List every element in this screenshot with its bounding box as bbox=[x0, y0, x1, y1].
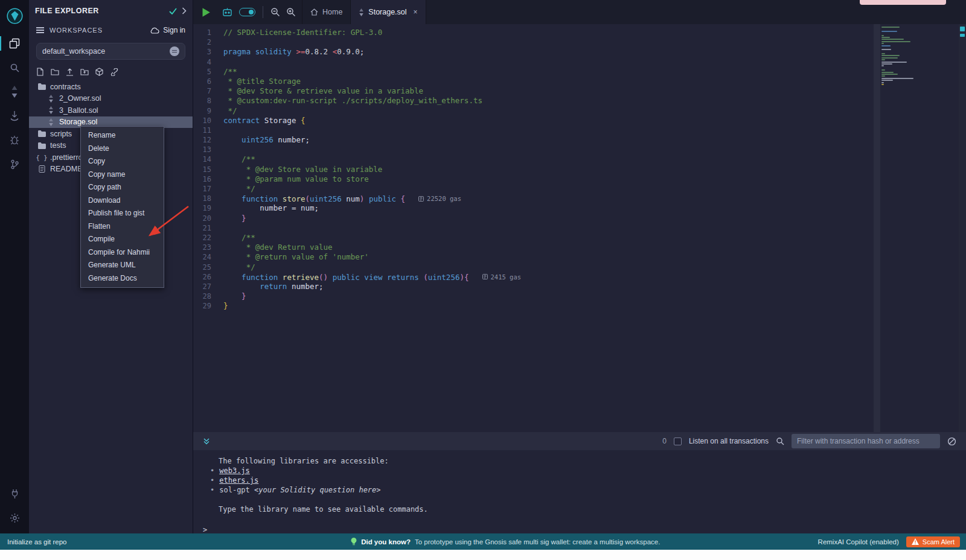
sidebar-item-settings[interactable] bbox=[0, 506, 29, 530]
run-script-button[interactable] bbox=[202, 7, 211, 18]
tree-item-contracts[interactable]: contracts bbox=[29, 81, 193, 93]
line-number: 16 bbox=[193, 174, 223, 184]
sidebar-item-plugin-manager[interactable] bbox=[0, 482, 29, 506]
editor-scrollbar[interactable] bbox=[874, 24, 880, 432]
minimap[interactable] bbox=[881, 27, 921, 86]
code-text: contract Storage { bbox=[223, 116, 305, 126]
ai-copilot-icon[interactable] bbox=[222, 7, 233, 17]
code-text: * @dev Store value in variable bbox=[223, 165, 382, 174]
context-menu-item-compile[interactable]: Compile bbox=[81, 233, 164, 246]
folder-icon bbox=[37, 130, 46, 137]
line-number: 9 bbox=[193, 106, 223, 116]
upload-folder-icon[interactable] bbox=[80, 68, 89, 75]
new-file-icon[interactable] bbox=[36, 68, 44, 76]
code-area: 1// SPDX-License-Identifier: GPL-3.023pr… bbox=[193, 28, 966, 311]
line-number: 14 bbox=[193, 154, 223, 164]
workspaces-menu-icon[interactable] bbox=[36, 26, 44, 34]
code-line: 17 */ bbox=[193, 184, 966, 194]
code-text: * @dev Return value bbox=[223, 243, 333, 252]
vertical-icon-panel bbox=[0, 0, 29, 533]
ipfs-box-icon[interactable] bbox=[95, 68, 103, 76]
context-menu-item-rename[interactable]: Rename bbox=[81, 129, 164, 142]
code-editor[interactable]: 1// SPDX-License-Identifier: GPL-3.023pr… bbox=[193, 24, 966, 432]
close-icon[interactable]: × bbox=[414, 8, 418, 16]
line-number: 29 bbox=[193, 301, 223, 311]
warning-icon bbox=[912, 538, 919, 545]
code-text: /** bbox=[223, 233, 255, 243]
tab-home[interactable]: Home bbox=[302, 0, 351, 24]
tab-label: Storage.sol bbox=[368, 8, 406, 16]
code-line: 18 function store(uint256 num) public {2… bbox=[193, 194, 966, 203]
upload-file-icon[interactable] bbox=[66, 68, 74, 76]
sign-in-button[interactable]: Sign in bbox=[150, 26, 185, 34]
terminal-line: Type the library name to see available c… bbox=[202, 504, 966, 514]
tab-storage-sol[interactable]: Storage.sol× bbox=[351, 0, 426, 24]
workspace-select[interactable]: default_workspace bbox=[36, 43, 185, 60]
filter-input[interactable] bbox=[792, 434, 940, 448]
code-line: 29} bbox=[193, 301, 966, 311]
sidebar-item-solidity-compiler[interactable] bbox=[0, 80, 29, 104]
check-icon[interactable] bbox=[169, 8, 177, 14]
tree-item-2-owner-sol[interactable]: 2_Owner.sol bbox=[29, 93, 193, 105]
context-menu-item-copy[interactable]: Copy bbox=[81, 155, 164, 168]
clear-terminal-icon[interactable] bbox=[947, 437, 956, 446]
zoom-in-icon[interactable] bbox=[286, 7, 296, 17]
listen-checkbox[interactable] bbox=[674, 438, 682, 445]
workspace-options-icon[interactable] bbox=[170, 46, 179, 56]
code-text: * @return value of 'number' bbox=[223, 252, 369, 262]
workspaces-label: WORKSPACES bbox=[50, 27, 103, 34]
line-number: 21 bbox=[193, 223, 223, 233]
git-init-button[interactable]: Initialize as git repo bbox=[0, 538, 193, 546]
sidebar-item-git[interactable] bbox=[0, 152, 29, 176]
context-menu-item-generate-docs[interactable]: Generate Docs bbox=[81, 272, 164, 285]
link-icon[interactable] bbox=[110, 68, 119, 76]
terminal-link-web3-js[interactable]: web3.js bbox=[219, 466, 250, 475]
tree-item-3-ballot-sol[interactable]: 3_Ballot.sol bbox=[29, 104, 193, 116]
terminal-search-icon[interactable] bbox=[776, 437, 784, 445]
sidebar-item-search[interactable] bbox=[0, 56, 29, 80]
sidebar-item-debugger[interactable] bbox=[0, 128, 29, 152]
terminal-link-ethers-js[interactable]: ethers.js bbox=[219, 476, 258, 485]
sidebar-item-deploy-run[interactable] bbox=[0, 104, 29, 128]
remix-logo-icon[interactable] bbox=[0, 0, 29, 31]
terminal-line: The following libraries are accessible: bbox=[202, 456, 966, 466]
code-text: function store(uint256 num) public {2252… bbox=[223, 194, 461, 203]
chevron-right-icon[interactable] bbox=[182, 7, 187, 14]
context-menu-item-compile-for-nahmii[interactable]: Compile for Nahmii bbox=[81, 246, 164, 259]
zoom-out-icon[interactable] bbox=[270, 7, 280, 17]
code-line: 20 } bbox=[193, 214, 966, 223]
sidebar-item-file-explorer[interactable] bbox=[0, 31, 29, 56]
scam-alert-badge[interactable]: Scam Alert bbox=[906, 536, 960, 547]
remix-ide-app: FILE EXPLORER WORKSPACES Sign in default… bbox=[0, 0, 966, 560]
code-text: /** bbox=[223, 154, 255, 164]
line-number: 11 bbox=[193, 126, 223, 135]
line-number: 19 bbox=[193, 203, 223, 213]
context-menu-item-publish-file-to-gist[interactable]: Publish file to gist bbox=[81, 207, 164, 220]
line-number: 4 bbox=[193, 57, 223, 67]
tab-bar: HomeStorage.sol× bbox=[302, 0, 426, 24]
context-menu-item-delete[interactable]: Delete bbox=[81, 142, 164, 156]
context-menu-item-generate-uml[interactable]: Generate UML bbox=[81, 259, 164, 272]
code-text: } bbox=[223, 291, 246, 301]
line-number: 24 bbox=[193, 252, 223, 262]
terminal-output[interactable]: The following libraries are accessible:•… bbox=[193, 450, 966, 533]
code-text: // SPDX-License-Identifier: GPL-3.0 bbox=[223, 28, 382, 37]
context-menu-item-copy-path[interactable]: Copy path bbox=[81, 181, 164, 194]
code-line: 28 } bbox=[193, 291, 966, 301]
line-number: 18 bbox=[193, 194, 223, 203]
new-folder-icon[interactable] bbox=[51, 68, 59, 75]
line-number: 20 bbox=[193, 214, 223, 223]
code-line: 26 function retrieve() public view retur… bbox=[193, 272, 966, 282]
context-menu-item-copy-name[interactable]: Copy name bbox=[81, 168, 164, 182]
sign-in-label: Sign in bbox=[163, 26, 185, 34]
cloud-icon bbox=[150, 27, 159, 34]
line-number: 12 bbox=[193, 135, 223, 145]
line-number: 5 bbox=[193, 67, 223, 77]
code-text: number = num; bbox=[223, 203, 319, 213]
tree-item-label: tests bbox=[50, 141, 66, 150]
context-menu-item-flatten[interactable]: Flatten bbox=[81, 220, 164, 234]
expand-terminal-icon[interactable] bbox=[203, 438, 210, 445]
context-menu-item-download[interactable]: Download bbox=[81, 194, 164, 208]
code-line: 10contract Storage { bbox=[193, 116, 966, 126]
copilot-toggle[interactable] bbox=[239, 8, 255, 16]
